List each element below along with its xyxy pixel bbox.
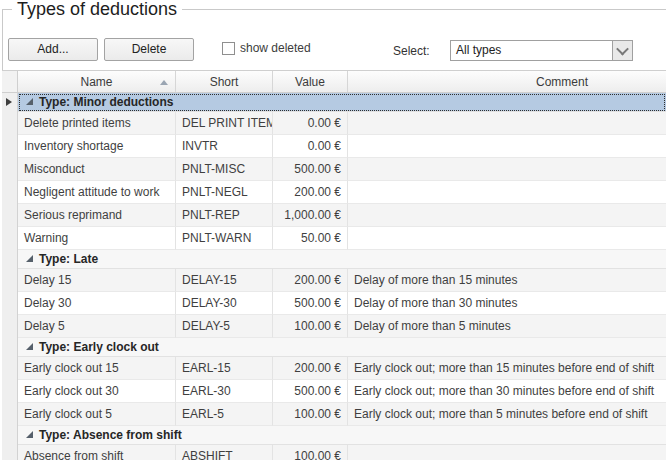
table-row[interactable]: Delete printed itemsDEL PRINT ITEM0.00 € bbox=[2, 112, 666, 135]
cell-comment[interactable]: Early clock out; more than 15 minutes be… bbox=[348, 357, 666, 380]
cell-name[interactable]: Inventory shortage bbox=[18, 135, 176, 158]
cell-name[interactable]: Absence from shift bbox=[18, 445, 176, 460]
table-row[interactable]: Early clock out 15EARL-15200.00 €Early c… bbox=[2, 357, 666, 380]
cell-short[interactable]: DELAY-5 bbox=[176, 315, 273, 338]
cell-name[interactable]: Early clock out 30 bbox=[18, 380, 176, 403]
cell-value[interactable]: 0.00 € bbox=[273, 135, 348, 158]
cell-value[interactable]: 0.00 € bbox=[273, 112, 348, 135]
cell-comment[interactable] bbox=[348, 204, 666, 227]
row-indicator-cell bbox=[2, 315, 18, 338]
group-row[interactable]: Type: Late bbox=[2, 250, 666, 269]
cell-comment[interactable] bbox=[348, 227, 666, 250]
column-header-value[interactable]: Value bbox=[273, 71, 348, 92]
show-deleted-label: show deleted bbox=[240, 41, 311, 55]
group-collapse-icon[interactable] bbox=[26, 98, 33, 105]
group-row[interactable]: Type: Early clock out bbox=[2, 338, 666, 357]
cell-name[interactable]: Warning bbox=[18, 227, 176, 250]
cell-short[interactable]: EARL-15 bbox=[176, 357, 273, 380]
row-indicator-header bbox=[2, 71, 18, 92]
cell-short[interactable]: EARL-5 bbox=[176, 403, 273, 426]
group-collapse-icon[interactable] bbox=[26, 255, 33, 262]
group-label: Type: Late bbox=[39, 252, 98, 266]
cell-comment[interactable]: Delay of more than 15 minutes bbox=[348, 269, 666, 292]
cell-name[interactable]: Early clock out 5 bbox=[18, 403, 176, 426]
cell-short[interactable]: DELAY-30 bbox=[176, 292, 273, 315]
cell-comment[interactable]: Early clock out; more than 5 minutes bef… bbox=[348, 403, 666, 426]
show-deleted-checkbox-group[interactable]: show deleted bbox=[222, 41, 311, 55]
cell-short[interactable]: INVTR bbox=[176, 135, 273, 158]
cell-comment[interactable] bbox=[348, 445, 666, 460]
cell-name[interactable]: Misconduct bbox=[18, 158, 176, 181]
cell-comment[interactable]: Delay of more than 5 minutes bbox=[348, 315, 666, 338]
row-indicator-cell bbox=[2, 112, 18, 135]
table-row[interactable]: WarningPNLT-WARN50.00 € bbox=[2, 227, 666, 250]
row-indicator-cell bbox=[2, 135, 18, 158]
row-indicator-cell bbox=[2, 403, 18, 426]
group-row[interactable]: Type: Absence from shift bbox=[2, 426, 666, 445]
column-header-name[interactable]: Name bbox=[18, 71, 176, 92]
cell-value[interactable]: 100.00 € bbox=[273, 403, 348, 426]
cell-name[interactable]: Serious reprimand bbox=[18, 204, 176, 227]
table-row[interactable]: Delay 30DELAY-30500.00 €Delay of more th… bbox=[2, 292, 666, 315]
cell-short[interactable]: PNLT-WARN bbox=[176, 227, 273, 250]
group-collapse-icon[interactable] bbox=[26, 431, 33, 438]
cell-name[interactable]: Delay 30 bbox=[18, 292, 176, 315]
cell-short[interactable]: EARL-30 bbox=[176, 380, 273, 403]
cell-comment[interactable] bbox=[348, 112, 666, 135]
table-row[interactable]: MisconductPNLT-MISC500.00 € bbox=[2, 158, 666, 181]
group-label: Type: Absence from shift bbox=[39, 428, 182, 442]
cell-value[interactable]: 1,000.00 € bbox=[273, 204, 348, 227]
table-row[interactable]: Absence from shiftABSHIFT100.00 € bbox=[2, 445, 666, 460]
cell-value[interactable]: 500.00 € bbox=[273, 292, 348, 315]
type-filter-value: All types bbox=[451, 41, 612, 60]
cell-value[interactable]: 200.00 € bbox=[273, 181, 348, 204]
deductions-grid: Name Short Value Comment Type: Minor ded… bbox=[2, 70, 666, 460]
cell-short[interactable]: PNLT-MISC bbox=[176, 158, 273, 181]
row-indicator-cell bbox=[2, 426, 18, 445]
cell-value[interactable]: 50.00 € bbox=[273, 227, 348, 250]
column-header-short[interactable]: Short bbox=[176, 71, 273, 92]
cell-value[interactable]: 200.00 € bbox=[273, 269, 348, 292]
table-row[interactable]: Serious reprimandPNLT-REP1,000.00 € bbox=[2, 204, 666, 227]
table-row[interactable]: Delay 5DELAY-5100.00 €Delay of more than… bbox=[2, 315, 666, 338]
group-label: Type: Minor deductions bbox=[39, 95, 173, 109]
cell-value[interactable]: 500.00 € bbox=[273, 380, 348, 403]
cell-short[interactable]: DELAY-15 bbox=[176, 269, 273, 292]
combobox-dropdown-button[interactable] bbox=[612, 41, 632, 60]
table-row[interactable]: Early clock out 30EARL-30500.00 €Early c… bbox=[2, 380, 666, 403]
focused-row-arrow-icon bbox=[6, 98, 12, 106]
cell-name[interactable]: Delay 5 bbox=[18, 315, 176, 338]
table-row[interactable]: Delay 15DELAY-15200.00 €Delay of more th… bbox=[2, 269, 666, 292]
cell-comment[interactable] bbox=[348, 135, 666, 158]
cell-name[interactable]: Delay 15 bbox=[18, 269, 176, 292]
add-button[interactable]: Add... bbox=[8, 38, 98, 61]
cell-short[interactable]: DEL PRINT ITEM bbox=[176, 112, 273, 135]
chevron-down-icon bbox=[616, 43, 629, 56]
cell-name[interactable]: Early clock out 15 bbox=[18, 357, 176, 380]
group-collapse-icon[interactable] bbox=[26, 343, 33, 350]
cell-short[interactable]: PNLT-NEGL bbox=[176, 181, 273, 204]
type-filter-combobox[interactable]: All types bbox=[450, 40, 633, 61]
cell-value[interactable]: 500.00 € bbox=[273, 158, 348, 181]
column-header-comment[interactable]: Comment bbox=[348, 71, 666, 92]
show-deleted-checkbox[interactable] bbox=[222, 42, 235, 55]
cell-comment[interactable] bbox=[348, 181, 666, 204]
cell-value[interactable]: 200.00 € bbox=[273, 357, 348, 380]
cell-value[interactable]: 100.00 € bbox=[273, 445, 348, 460]
table-row[interactable]: Negligent attitude to workPNLT-NEGL200.0… bbox=[2, 181, 666, 204]
cell-short[interactable]: PNLT-REP bbox=[176, 204, 273, 227]
table-row[interactable]: Early clock out 5EARL-5100.00 €Early clo… bbox=[2, 403, 666, 426]
row-indicator-cell bbox=[2, 338, 18, 357]
cell-comment[interactable]: Early clock out; more than 30 minutes be… bbox=[348, 380, 666, 403]
cell-comment[interactable]: Delay of more than 30 minutes bbox=[348, 292, 666, 315]
table-row[interactable]: Inventory shortageINVTR0.00 € bbox=[2, 135, 666, 158]
cell-name[interactable]: Negligent attitude to work bbox=[18, 181, 176, 204]
row-indicator-cell bbox=[2, 380, 18, 403]
group-row[interactable]: Type: Minor deductions bbox=[2, 93, 666, 112]
cell-name[interactable]: Delete printed items bbox=[18, 112, 176, 135]
delete-button[interactable]: Delete bbox=[104, 38, 194, 61]
row-indicator-cell bbox=[2, 445, 18, 460]
cell-comment[interactable] bbox=[348, 158, 666, 181]
cell-value[interactable]: 100.00 € bbox=[273, 315, 348, 338]
cell-short[interactable]: ABSHIFT bbox=[176, 445, 273, 460]
